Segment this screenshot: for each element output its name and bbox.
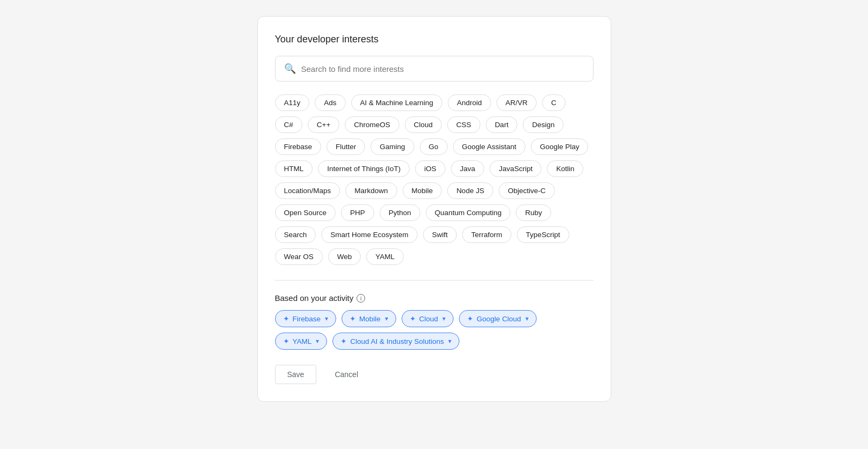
interest-tag[interactable]: Gaming bbox=[370, 138, 414, 155]
activity-tag[interactable]: ✦YAML▾ bbox=[275, 333, 328, 350]
interest-tag[interactable]: Open Source bbox=[275, 204, 336, 221]
chevron-down-icon: ▾ bbox=[385, 315, 388, 322]
activity-tag[interactable]: ✦Cloud AI & Industry Solutions▾ bbox=[332, 333, 459, 350]
search-box: 🔍 bbox=[275, 56, 593, 82]
activity-tag[interactable]: ✦Mobile▾ bbox=[342, 310, 396, 327]
interest-tag[interactable]: Web bbox=[328, 248, 361, 265]
chevron-down-icon: ▾ bbox=[325, 315, 328, 322]
interest-tag[interactable]: Wear OS bbox=[275, 248, 323, 265]
interest-tag[interactable]: Smart Home Ecosystem bbox=[321, 226, 418, 243]
interest-tag[interactable]: Location/Maps bbox=[275, 182, 340, 199]
interest-tag[interactable]: PHP bbox=[341, 204, 374, 221]
interest-tag[interactable]: Internet of Things (IoT) bbox=[318, 160, 410, 177]
card-title: Your developer interests bbox=[275, 34, 593, 45]
interest-tag[interactable]: Java bbox=[451, 160, 485, 177]
interest-tag[interactable]: Node JS bbox=[447, 182, 493, 199]
sparkle-icon: ✦ bbox=[340, 337, 347, 345]
interest-tag[interactable]: Kotlin bbox=[547, 160, 583, 177]
sparkle-icon: ✦ bbox=[467, 314, 473, 323]
activity-tag-label: Cloud bbox=[419, 315, 438, 323]
interest-tag[interactable]: Objective-C bbox=[499, 182, 555, 199]
footer-buttons: Save Cancel bbox=[275, 365, 593, 384]
interest-tag[interactable]: Google Assistant bbox=[453, 138, 525, 155]
interest-tag[interactable]: Markdown bbox=[345, 182, 397, 199]
sparkle-icon: ✦ bbox=[410, 314, 416, 323]
activity-title: Based on your activity i bbox=[275, 293, 593, 303]
sparkle-icon: ✦ bbox=[283, 337, 290, 345]
sparkle-icon: ✦ bbox=[350, 314, 356, 323]
page-wrapper: Your developer interests 🔍 A11yAdsAI & M… bbox=[11, 11, 857, 402]
search-input[interactable] bbox=[301, 64, 584, 73]
chevron-down-icon: ▾ bbox=[442, 315, 446, 322]
chevron-down-icon: ▾ bbox=[448, 337, 451, 345]
interest-tag[interactable]: Go bbox=[420, 138, 448, 155]
chevron-down-icon: ▾ bbox=[316, 337, 319, 345]
interest-tag[interactable]: CSS bbox=[447, 116, 480, 133]
interest-tag[interactable]: A11y bbox=[275, 94, 310, 111]
activity-section: Based on your activity i ✦Firebase▾✦Mobi… bbox=[275, 293, 593, 350]
interest-tag[interactable]: TypeScript bbox=[517, 226, 569, 243]
search-icon: 🔍 bbox=[284, 63, 296, 75]
interest-tag[interactable]: Mobile bbox=[403, 182, 442, 199]
activity-tags: ✦Firebase▾✦Mobile▾✦Cloud▾✦Google Cloud▾✦… bbox=[275, 310, 593, 350]
interest-tag[interactable]: Dart bbox=[486, 116, 518, 133]
interest-tag[interactable]: Terraform bbox=[462, 226, 511, 243]
activity-tag-label: Cloud AI & Industry Solutions bbox=[350, 337, 444, 345]
interest-tag[interactable]: Quantum Computing bbox=[426, 204, 511, 221]
activity-tag[interactable]: ✦Cloud▾ bbox=[402, 310, 454, 327]
interest-tag[interactable]: Android bbox=[448, 94, 491, 111]
interest-tag[interactable]: Swift bbox=[423, 226, 457, 243]
interest-tag[interactable]: C++ bbox=[308, 116, 340, 133]
tags-container: A11yAdsAI & Machine LearningAndroidAR/VR… bbox=[275, 94, 593, 265]
interest-tag[interactable]: Cloud bbox=[405, 116, 442, 133]
interest-tag[interactable]: Ruby bbox=[516, 204, 551, 221]
interest-tag[interactable]: AI & Machine Learning bbox=[351, 94, 443, 111]
activity-tag[interactable]: ✦Firebase▾ bbox=[275, 310, 337, 327]
interest-tag[interactable]: ChromeOS bbox=[345, 116, 399, 133]
section-divider bbox=[275, 280, 593, 281]
activity-tag-label: Google Cloud bbox=[477, 315, 521, 323]
interest-tag[interactable]: Design bbox=[523, 116, 563, 133]
activity-tag[interactable]: ✦Google Cloud▾ bbox=[459, 310, 537, 327]
interest-tag[interactable]: Google Play bbox=[531, 138, 589, 155]
interest-tag[interactable]: AR/VR bbox=[496, 94, 537, 111]
interest-tag[interactable]: YAML bbox=[366, 248, 404, 265]
interest-tag[interactable]: Ads bbox=[315, 94, 345, 111]
interest-tag[interactable]: Python bbox=[380, 204, 420, 221]
sparkle-icon: ✦ bbox=[283, 314, 290, 323]
chevron-down-icon: ▾ bbox=[525, 315, 529, 322]
interest-tag[interactable]: Firebase bbox=[275, 138, 322, 155]
cancel-button[interactable]: Cancel bbox=[323, 365, 370, 384]
interest-tag[interactable]: Search bbox=[275, 226, 316, 243]
activity-tag-label: Mobile bbox=[359, 315, 381, 323]
interest-tag[interactable]: C# bbox=[275, 116, 302, 133]
interest-tag[interactable]: iOS bbox=[415, 160, 446, 177]
interest-tag[interactable]: C bbox=[542, 94, 566, 111]
interest-tag[interactable]: JavaScript bbox=[489, 160, 541, 177]
save-button[interactable]: Save bbox=[275, 365, 317, 384]
developer-interests-card: Your developer interests 🔍 A11yAdsAI & M… bbox=[257, 16, 611, 402]
activity-tag-label: YAML bbox=[293, 337, 312, 345]
activity-tag-label: Firebase bbox=[293, 315, 321, 323]
interest-tag[interactable]: Flutter bbox=[327, 138, 365, 155]
interest-tag[interactable]: HTML bbox=[275, 160, 313, 177]
info-icon[interactable]: i bbox=[357, 294, 365, 303]
